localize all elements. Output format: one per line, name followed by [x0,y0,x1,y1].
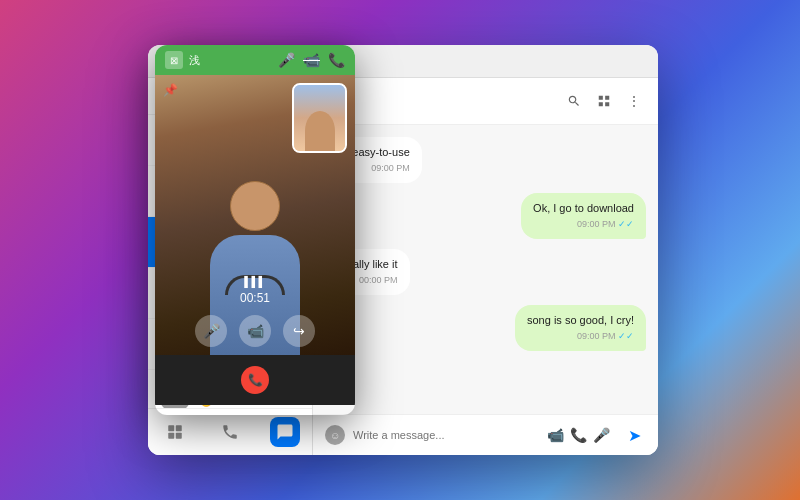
nav-calls[interactable] [215,417,245,447]
svg-rect-3 [176,433,182,439]
chat-header-icons: ⋮ [562,89,646,113]
message-bubble-4: song is so good, I cry! 09:00 PM ✓✓ [515,305,646,351]
svg-rect-2 [169,433,175,439]
thumbnail-content [294,85,345,151]
nav-profile[interactable] [160,417,190,447]
video-header-left: ⊠ 浅 [165,51,200,69]
end-call-button[interactable]: 📞 [241,366,269,394]
video-toggle-button[interactable]: 📹 [239,315,271,347]
video-main: 📌 ▌▌▌ 00:51 🎤 📹 ↪ [155,75,355,355]
phone-icon[interactable]: 📞 [570,427,587,443]
message-input[interactable] [353,429,539,441]
svg-rect-0 [169,425,175,431]
call-controls: 🎤 📹 ↪ [195,315,315,347]
video-mute-icon[interactable]: 🎤 [278,52,295,68]
video-thumbnail [292,83,347,153]
thumb-person [305,111,335,151]
message-time-4: 09:00 PM ✓✓ [527,330,634,343]
check-mark: ✓✓ [618,219,634,229]
chat-panel: 👩 ⋮ nd easy-to-use 09:00 PM [313,78,658,455]
share-button[interactable]: ↪ [283,315,315,347]
video-call-overlay: ⊠ 浅 🎤 📹 📞 📌 ▌▌▌ 00:51 [155,45,355,415]
person-head [230,181,280,231]
sidebar-bottom-nav [148,408,312,455]
message-time-2: 09:00 PM ✓✓ [533,218,634,231]
call-duration: 00:51 [240,291,270,305]
message-bubble-2: Ok, I go to download 09:00 PM ✓✓ [521,193,646,239]
message-text-4: song is so good, I cry! [527,314,634,326]
video-camera-icon[interactable]: 📹 [303,52,320,68]
svg-rect-1 [176,425,182,431]
pin-icon[interactable]: 📌 [163,83,178,97]
signal-bars: ▌▌▌ [244,276,265,287]
video-call-header: ⊠ 浅 🎤 📹 📞 [155,45,355,75]
video-header-icons: 🎤 📹 📞 [278,52,345,68]
messages-area: nd easy-to-use 09:00 PM Ok, I go to down… [313,125,658,414]
emoji-button[interactable]: ☺ [325,425,345,445]
minimize-video-icon[interactable]: ⊠ [165,51,183,69]
video-bottom: 📞 [155,355,355,405]
more-options-icon[interactable]: ⋮ [622,89,646,113]
mute-button[interactable]: 🎤 [195,315,227,347]
video-end-icon[interactable]: 📞 [328,52,345,68]
mic-icon[interactable]: 🎤 [593,427,610,443]
input-icons: 📹 📞 🎤 [547,427,610,443]
search-icon[interactable] [562,89,586,113]
nav-messages[interactable] [270,417,300,447]
grid-icon[interactable] [592,89,616,113]
check-mark-2: ✓✓ [618,331,634,341]
chat-input-area: ☺ 📹 📞 🎤 ➤ [313,414,658,455]
message-text-2: Ok, I go to download [533,202,634,214]
video-contact-name: 浅 [189,53,200,68]
send-button[interactable]: ➤ [622,423,646,447]
call-timer: ▌▌▌ 00:51 [240,276,270,305]
video-call-icon[interactable]: 📹 [547,427,564,443]
chat-header: 👩 ⋮ [313,78,658,125]
